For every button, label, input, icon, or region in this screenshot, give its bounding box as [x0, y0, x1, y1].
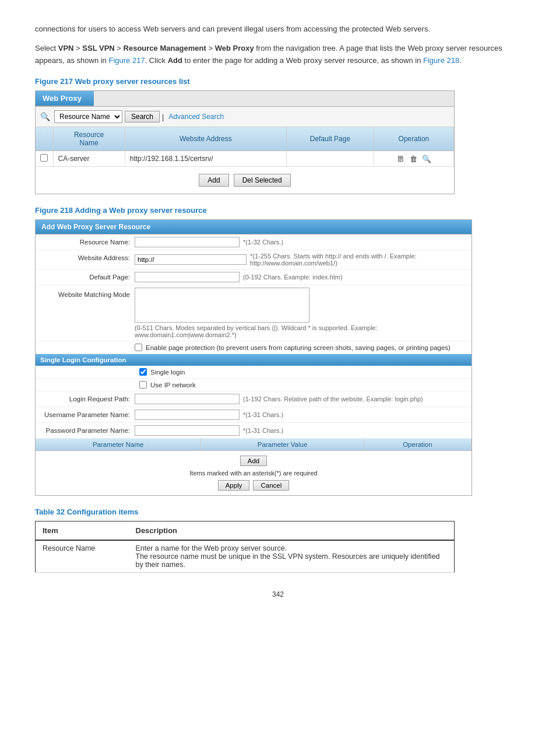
use-ip-row: Use IP network [36, 379, 471, 391]
password-param-row: Password Parameter Name: *(1-31 Chars.) [36, 423, 471, 439]
website-address-input[interactable] [135, 254, 247, 265]
username-param-input-wrap: *(1-31 Chars.) [135, 410, 471, 420]
edit-icon[interactable]: 🖹 [396, 154, 406, 163]
col-checkbox-header [36, 127, 53, 151]
website-address-input-wrap: *(1-255 Chars. Starts with http:// and e… [135, 253, 471, 267]
table32-desc1: Enter a name for the Web proxy server so… [136, 544, 287, 552]
fig218-link[interactable]: Figure 218 [423, 56, 459, 65]
password-param-input-wrap: *(1-31 Chars.) [135, 425, 471, 436]
col-operation-header: Operation [374, 127, 453, 151]
use-ip-label: Use IP network [150, 382, 196, 388]
fig217-container: Web Proxy 🔍 Resource Name Search | Advan… [35, 90, 455, 194]
param-value-col: Parameter Value [201, 439, 364, 451]
table-row: CA-server http://192.168.1.15/certsrv/ 🖹… [36, 151, 454, 167]
table32-item: Resource Name [36, 540, 129, 573]
fig217-search-bar: 🔍 Resource Name Search | Advanced Search [36, 107, 454, 127]
param-name-col: Parameter Name [36, 439, 201, 451]
cell-default-page [286, 151, 374, 167]
login-path-input[interactable] [135, 394, 240, 404]
table32-title: Table 32 Configuration items [35, 508, 521, 516]
table32-col-desc: Description [129, 522, 455, 541]
required-note: Items marked with an asterisk(*) are req… [189, 470, 317, 477]
param-op-col: Operation [364, 439, 471, 451]
resmgmt-bold: Resource Management [124, 44, 206, 52]
resource-name-input-wrap: *(1-32 Chars.) [135, 237, 471, 247]
login-path-row: Login Request Path: (1-192 Chars. Relati… [36, 391, 471, 407]
fig218-header: Add Web Proxy Server Resource [36, 220, 471, 235]
default-page-label: Default Page: [36, 272, 135, 281]
protection-label-empty [36, 344, 135, 345]
param-table: Parameter Name Parameter Value Operation [36, 439, 471, 451]
fig217-title: Figure 217 Web proxy server resources li… [35, 77, 521, 86]
matching-mode-label: Website Matching Mode [36, 288, 135, 298]
single-login-label: Single login [150, 369, 185, 376]
fig218-actions: Apply Cancel [218, 480, 290, 491]
del-selected-button[interactable]: Del Selected [234, 174, 291, 187]
resource-name-row: Resource Name: *(1-32 Chars.) [36, 235, 471, 250]
matching-mode-hint: (0-511 Chars. Modes separated by vertica… [135, 324, 471, 338]
fig217-link[interactable]: Figure 217 [108, 56, 145, 65]
resource-name-label: Resource Name: [36, 237, 135, 246]
default-page-input-wrap: (0-192 Chars. Example: index.htm) [135, 272, 471, 282]
resource-name-input[interactable] [135, 237, 240, 247]
password-param-label: Password Parameter Name: [36, 425, 135, 434]
username-param-hint: *(1-31 Chars.) [243, 411, 283, 418]
add-bold: Add [168, 56, 182, 65]
protection-checkbox[interactable] [135, 344, 142, 351]
view-icon[interactable]: 🔍 [421, 154, 432, 163]
website-address-label: Website Address: [36, 253, 135, 261]
cell-operation: 🖹 🗑 🔍 [374, 151, 453, 167]
cell-resource-name: CA-server [53, 151, 125, 167]
delete-icon[interactable]: 🗑 [409, 154, 419, 163]
sslvpn-bold: SSL VPN [82, 44, 114, 52]
col-website-address-header: Website Address [125, 127, 286, 151]
use-ip-checkbox[interactable] [139, 381, 147, 388]
username-param-label: Username Parameter Name: [36, 410, 135, 418]
fig218-container: Add Web Proxy Server Resource Resource N… [35, 219, 472, 496]
password-param-input[interactable] [135, 425, 240, 436]
matching-mode-input-wrap: (0-511 Chars. Modes separated by vertica… [135, 288, 471, 338]
default-page-hint: (0-192 Chars. Example: index.htm) [243, 274, 343, 281]
default-page-input[interactable] [135, 272, 240, 282]
single-login-checkbox[interactable] [139, 368, 147, 376]
cancel-button[interactable]: Cancel [253, 480, 289, 491]
intro-para1: connections for users to access Web serv… [35, 23, 521, 36]
vpn-bold: VPN [58, 44, 74, 52]
login-path-input-wrap: (1-192 Chars. Relative path of the websi… [135, 394, 471, 404]
cell-website-address: http://192.168.1.15/certsrv/ [125, 151, 286, 167]
fig217-header: Web Proxy [36, 91, 94, 106]
webproxy-bold: Web Proxy [215, 44, 254, 52]
table32-desc2: The resource name must be unique in the … [136, 552, 440, 569]
table32-row: Resource Name Enter a name for the Web p… [36, 540, 455, 573]
website-address-hint: *(1-255 Chars. Starts with http:// and e… [250, 253, 471, 267]
table32: Item Description Resource Name Enter a n… [35, 521, 455, 573]
resource-name-hint: *(1-32 Chars.) [243, 239, 283, 246]
protection-text: Enable page protection (to prevent users… [146, 344, 451, 351]
row-checkbox[interactable] [40, 154, 48, 162]
apply-button[interactable]: Apply [218, 480, 250, 491]
login-path-label: Login Request Path: [36, 394, 135, 402]
advanced-search-link[interactable]: Advanced Search [168, 113, 224, 121]
fig217-table: ResourceName Website Address Default Pag… [36, 127, 454, 167]
add-button[interactable]: Add [199, 174, 228, 187]
fig218-title: Figure 218 Adding a Web proxy server res… [35, 206, 521, 215]
single-login-row: Single login [36, 366, 471, 379]
col-resource-name-header: ResourceName [53, 127, 125, 151]
search-field-select[interactable]: Resource Name [54, 110, 122, 123]
param-add-button[interactable]: Add [240, 456, 267, 466]
username-param-input[interactable] [135, 410, 240, 420]
search-separator: | [162, 113, 164, 121]
intro-para2: Select VPN > SSL VPN > Resource Manageme… [35, 43, 521, 67]
login-path-hint: (1-192 Chars. Relative path of the websi… [243, 396, 423, 402]
matching-mode-textarea[interactable] [135, 288, 309, 323]
fig217-buttons: Add Del Selected [36, 167, 454, 194]
table32-desc: Enter a name for the Web proxy server so… [129, 540, 455, 573]
col-default-page-header: Default Page [286, 127, 374, 151]
search-button[interactable]: Search [125, 111, 160, 123]
page-number: 342 [35, 590, 521, 598]
protection-input-wrap: Enable page protection (to prevent users… [135, 344, 471, 351]
single-login-section-header: Single Login Configuration [36, 354, 471, 366]
password-param-hint: *(1-31 Chars.) [243, 427, 283, 434]
fig218-bottom: Add Items marked with an asterisk(*) are… [36, 451, 471, 495]
username-param-row: Username Parameter Name: *(1-31 Chars.) [36, 407, 471, 423]
